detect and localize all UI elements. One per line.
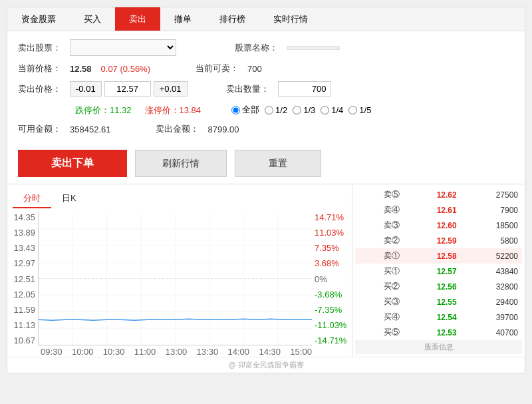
price-change-value: 0.07 (0.56%): [101, 64, 150, 74]
quote-buy-row-5: 买⑤ 12.53 40700: [355, 325, 522, 340]
tab-order[interactable]: 撤单: [160, 7, 205, 31]
x-label-3: 11:00: [134, 347, 156, 357]
limit-prices: 跌停价：11.32 涨停价：13.84: [75, 104, 201, 116]
y-label-7: 11.13: [13, 320, 35, 330]
sell-order-button[interactable]: 卖出下单: [18, 150, 127, 177]
y-label-6: 11.59: [13, 305, 35, 315]
tab-rank[interactable]: 排行榜: [205, 7, 259, 31]
sell-amount-value: 8799.00: [207, 124, 239, 134]
current-price-value: 12.58: [70, 64, 92, 74]
radio-third[interactable]: 1/3: [293, 105, 315, 115]
sell-qty-input[interactable]: [278, 81, 331, 97]
current-price-label: 当前价格：: [18, 63, 65, 75]
stock-name-label: 股票名称：: [235, 42, 281, 54]
y-label-5: 12.05: [13, 290, 35, 300]
sell-amount-label: 卖出金额：: [156, 123, 202, 135]
radio-fifth[interactable]: 1/5: [348, 105, 371, 115]
available-amount-label: 可用金额：: [18, 123, 65, 135]
chart-tab-minute[interactable]: 分时: [13, 190, 51, 208]
refresh-button[interactable]: 刷新行情: [135, 150, 227, 177]
buy4-price: 12.54: [404, 309, 460, 325]
x-label-7: 14:30: [259, 347, 281, 357]
buy5-vol: 40700: [461, 325, 522, 340]
sell3-label: 卖③: [355, 218, 404, 233]
quote-table: 卖⑤ 12.62 27500 卖④ 12.61 7900 卖③ 12.60 18…: [355, 187, 522, 354]
tab-sell[interactable]: 卖出: [115, 7, 160, 31]
chart-y-left: 14.35 13.89 13.43 12.97 12.51 12.05 11.5…: [13, 212, 38, 345]
x-label-1: 10:00: [72, 347, 94, 357]
main-container: 资金股票 买入 卖出 撤单 排行榜 实时行情 卖出股票： 股票名称： 当前价格：…: [7, 7, 525, 373]
quote-panel: 卖⑤ 12.62 27500 卖④ 12.61 7900 卖③ 12.60 18…: [352, 184, 525, 357]
pct-label-1: 11.03%: [315, 228, 346, 238]
x-label-0: 09:30: [41, 347, 63, 357]
radio-all[interactable]: 全部: [231, 104, 259, 116]
price-input-group: -0.01 +0.01: [70, 81, 188, 97]
pct-label-6: -7.35%: [315, 305, 346, 315]
sell3-vol: 18500: [461, 218, 522, 233]
sell-price-label: 卖出价格：: [18, 83, 65, 95]
quote-buy-row-4: 买④ 12.54 39700: [355, 309, 522, 325]
row-amounts: 可用金额： 358452.61 卖出金额： 8799.00: [18, 123, 514, 135]
bottom-area: 分时 日K 14.35 13.89 13.43 12.97 12.51 12.0…: [7, 184, 525, 357]
row-sell-stock: 卖出股票： 股票名称：: [18, 39, 514, 56]
sell4-label: 卖④: [355, 202, 404, 218]
buy1-price: 12.57: [404, 264, 460, 279]
available-amount-value: 358452.61: [70, 124, 110, 134]
buy4-vol: 39700: [461, 309, 522, 325]
quote-footer-label: 股票信息: [355, 340, 522, 354]
x-label-8: 15:00: [290, 347, 312, 357]
price-input-field[interactable]: [104, 81, 151, 97]
x-label-5: 13:30: [197, 347, 219, 357]
row-limits-radio: 跌停价：11.32 涨停价：13.84 全部 1/2 1/3 1/4 1/5: [18, 103, 514, 116]
chart-svg: [39, 212, 312, 345]
sell5-vol: 27500: [461, 187, 522, 202]
buy1-label: 买①: [355, 264, 404, 279]
buy3-vol: 29400: [461, 294, 522, 309]
pct-label-4: 0%: [315, 274, 346, 284]
buy3-price: 12.55: [404, 294, 460, 309]
sell4-vol: 7900: [461, 202, 522, 218]
quote-buy-row-1: 买① 12.57 43840: [355, 264, 522, 279]
sell5-label: 卖⑤: [355, 187, 404, 202]
radio-quarter[interactable]: 1/4: [321, 105, 343, 115]
available-sell-label: 当前可卖：: [196, 63, 242, 75]
sell1-vol: 52200: [461, 248, 522, 264]
action-buttons: 卖出下单 刷新行情 重置: [7, 143, 525, 184]
price-plus-button[interactable]: +0.01: [154, 81, 188, 97]
chart-container: 14.35 13.89 13.43 12.97 12.51 12.05 11.5…: [13, 212, 346, 345]
tab-buy[interactable]: 买入: [70, 7, 115, 31]
sell5-price: 12.62: [404, 187, 460, 202]
tab-capital[interactable]: 资金股票: [7, 7, 70, 31]
buy5-price: 12.53: [404, 325, 460, 340]
pct-label-8: -14.71%: [315, 335, 346, 345]
form-area: 卖出股票： 股票名称： 当前价格： 12.58 0.07 (0.56%) 当前可…: [7, 31, 525, 143]
stock-select-group: [70, 39, 176, 56]
buy2-vol: 32800: [461, 279, 522, 294]
quote-sell-row-3: 卖③ 12.60 18500: [355, 218, 522, 233]
sell-qty-label: 卖出数量：: [226, 83, 273, 95]
radio-half[interactable]: 1/2: [265, 105, 287, 115]
available-sell-value: 700: [247, 64, 262, 74]
y-label-2: 13.43: [13, 243, 35, 253]
quote-sell-row-2: 卖② 12.59 5800: [355, 233, 522, 248]
chart-tab-daily[interactable]: 日K: [51, 190, 87, 208]
chart-area: 分时 日K 14.35 13.89 13.43 12.97 12.51 12.0…: [7, 184, 352, 357]
row-price: 当前价格： 12.58 0.07 (0.56%) 当前可卖： 700: [18, 63, 514, 75]
stock-select-dropdown[interactable]: [70, 39, 176, 56]
buy2-label: 买②: [355, 279, 404, 294]
pct-label-3: 3.68%: [315, 258, 346, 268]
tab-realtime[interactable]: 实时行情: [259, 7, 322, 31]
y-label-3: 12.97: [13, 258, 35, 268]
pct-label-5: -3.68%: [315, 290, 346, 300]
y-label-4: 12.51: [13, 274, 35, 284]
x-label-2: 10:30: [103, 347, 125, 357]
quote-buy-row-3: 买③ 12.55 29400: [355, 294, 522, 309]
buy5-label: 买⑤: [355, 325, 404, 340]
price-minus-button[interactable]: -0.01: [70, 81, 102, 97]
reset-button[interactable]: 重置: [235, 150, 321, 177]
buy1-vol: 43840: [461, 264, 522, 279]
x-label-4: 13:00: [166, 347, 188, 357]
y-label-1: 13.89: [13, 228, 35, 238]
pct-label-7: -11.03%: [315, 320, 346, 330]
quote-sell-row-4: 卖④ 12.61 7900: [355, 202, 522, 218]
